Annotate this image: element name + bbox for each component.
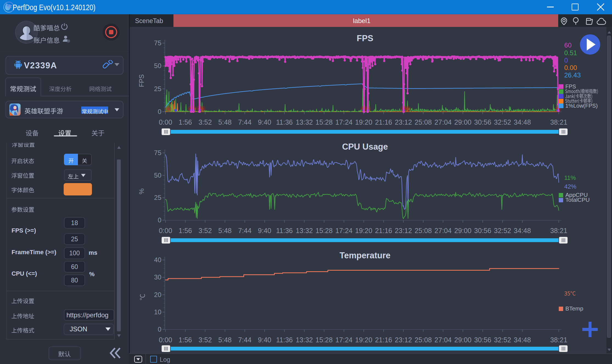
svg-text:20: 20: [154, 291, 161, 298]
svg-text:FPS: FPS: [357, 33, 373, 43]
svg-text:11%: 11%: [564, 174, 576, 181]
svg-text:32:52: 32:52: [494, 336, 511, 344]
svg-text:27:04: 27:04: [434, 336, 452, 344]
svg-text:23:12: 23:12: [395, 118, 412, 126]
svg-text:7:44: 7:44: [238, 336, 252, 344]
svg-text:CPU Usage: CPU Usage: [342, 142, 388, 152]
svg-text:32:52: 32:52: [494, 227, 511, 234]
svg-text:34:48: 34:48: [514, 227, 531, 234]
svg-text:9:40: 9:40: [258, 227, 271, 234]
svg-text:15:28: 15:28: [316, 336, 333, 344]
svg-text:19:20: 19:20: [355, 336, 372, 344]
svg-text:25:08: 25:08: [415, 336, 432, 344]
svg-text:1:56: 1:56: [179, 118, 192, 126]
svg-text:5:48: 5:48: [218, 336, 232, 344]
svg-text:11:36: 11:36: [276, 227, 293, 234]
svg-text:1:56: 1:56: [179, 336, 192, 344]
svg-text:29:00: 29:00: [454, 118, 471, 126]
svg-text:60: 60: [564, 41, 572, 49]
svg-text:19:20: 19:20: [355, 118, 372, 126]
svg-text:FPS: FPS: [138, 74, 145, 87]
svg-text:15:28: 15:28: [316, 118, 333, 126]
svg-text:1:56: 1:56: [179, 227, 192, 234]
svg-text:0:00: 0:00: [159, 336, 172, 344]
svg-text:29:00: 29:00: [454, 227, 471, 234]
svg-text:32:52: 32:52: [494, 118, 511, 126]
svg-text:25: 25: [154, 194, 161, 201]
svg-text:27:04: 27:04: [434, 227, 452, 234]
svg-text:9:40: 9:40: [258, 336, 271, 344]
svg-text:26.43: 26.43: [564, 71, 581, 79]
svg-text:%: %: [138, 188, 145, 194]
svg-text:17:24: 17:24: [335, 227, 353, 234]
svg-text:9:40: 9:40: [258, 118, 271, 126]
svg-text:50: 50: [154, 172, 161, 179]
svg-text:30:56: 30:56: [474, 336, 492, 344]
svg-text:50: 50: [154, 62, 161, 69]
svg-text:30:56: 30:56: [474, 227, 492, 234]
svg-text:23:12: 23:12: [395, 227, 412, 234]
svg-text:11:36: 11:36: [276, 118, 293, 126]
svg-text:10: 10: [154, 308, 161, 316]
svg-text:0.00: 0.00: [564, 64, 577, 71]
svg-text:17:24: 17:24: [335, 336, 353, 344]
svg-text:0: 0: [158, 108, 161, 115]
svg-text:BTemp: BTemp: [565, 305, 583, 312]
svg-text:42%: 42%: [564, 183, 576, 190]
svg-text:21:16: 21:16: [375, 118, 392, 126]
svg-text:19:20: 19:20: [355, 227, 372, 234]
svg-text:38:21: 38:21: [550, 336, 568, 344]
svg-text:75: 75: [154, 149, 161, 156]
svg-text:29:00: 29:00: [454, 336, 471, 344]
svg-text:34:48: 34:48: [514, 118, 531, 126]
svg-text:34:48: 34:48: [514, 336, 531, 344]
svg-text:3:52: 3:52: [198, 336, 212, 344]
svg-text:0: 0: [158, 326, 161, 333]
svg-text:21:16: 21:16: [375, 227, 392, 234]
svg-text:5:48: 5:48: [218, 227, 232, 234]
svg-text:3:52: 3:52: [198, 227, 212, 234]
svg-text:27:04: 27:04: [434, 118, 452, 126]
svg-text:25:08: 25:08: [415, 227, 432, 234]
svg-text:30: 30: [154, 273, 161, 281]
svg-text:5:48: 5:48: [218, 118, 232, 126]
svg-text:3:52: 3:52: [198, 118, 212, 126]
svg-text:38:21: 38:21: [550, 118, 568, 126]
svg-text:0:00: 0:00: [159, 118, 172, 126]
svg-text:21:16: 21:16: [375, 336, 392, 344]
svg-text:Temperature: Temperature: [339, 251, 391, 260]
svg-text:7:44: 7:44: [238, 118, 252, 126]
svg-text:0:00: 0:00: [159, 227, 172, 234]
svg-text:17:24: 17:24: [335, 118, 353, 126]
svg-text:38:21: 38:21: [550, 227, 568, 234]
svg-text:25:08: 25:08: [415, 118, 432, 126]
svg-text:75: 75: [154, 39, 161, 47]
svg-text:TotalCPU: TotalCPU: [565, 197, 590, 203]
svg-text:30:56: 30:56: [474, 118, 492, 126]
svg-text:25: 25: [154, 85, 161, 93]
svg-text:40: 40: [154, 256, 161, 264]
svg-text:15:28: 15:28: [316, 227, 333, 234]
svg-text:0.51: 0.51: [564, 49, 577, 57]
svg-text:11:36: 11:36: [276, 336, 293, 344]
svg-text:13:32: 13:32: [296, 118, 313, 126]
svg-text:0: 0: [564, 57, 568, 64]
svg-text:0: 0: [158, 216, 161, 224]
svg-text:13:32: 13:32: [296, 227, 313, 234]
svg-text:13:32: 13:32: [296, 336, 313, 344]
svg-text:7:44: 7:44: [238, 227, 252, 234]
svg-text:23:12: 23:12: [395, 336, 412, 344]
